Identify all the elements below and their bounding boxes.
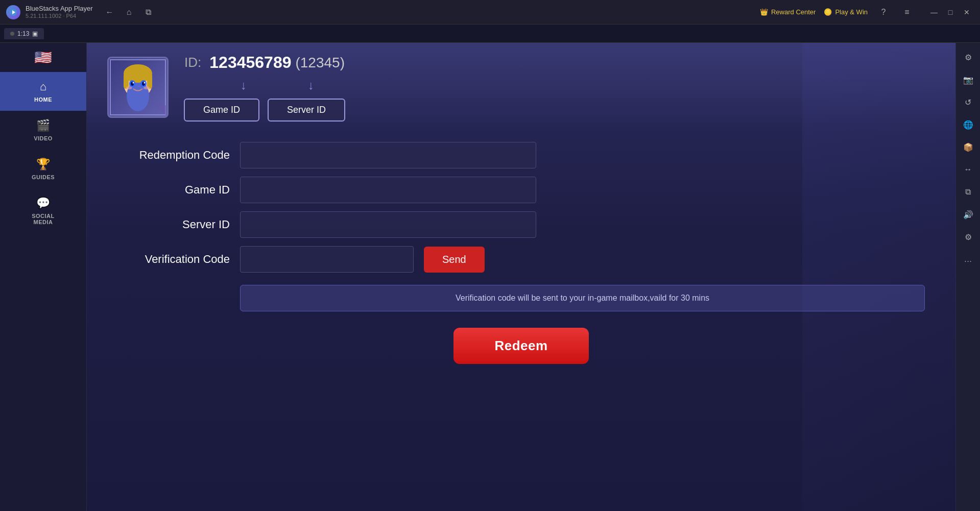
svg-point-14 <box>126 86 132 89</box>
right-icon-settings[interactable]: ⚙ <box>958 47 978 67</box>
right-icon-rotate[interactable]: ↺ <box>958 92 978 112</box>
right-icon-more[interactable]: … <box>958 249 978 270</box>
svg-point-15 <box>144 86 150 89</box>
id-label: ID: <box>184 55 201 70</box>
verification-code-input[interactable] <box>240 246 414 273</box>
sidebar-item-video[interactable]: 🎬 VIDEO <box>0 111 86 150</box>
server-id-input[interactable] <box>240 211 536 238</box>
video-icon: 🎬 <box>36 119 50 132</box>
profile-arrows: ↓ ↓ <box>215 78 314 92</box>
sidebar-social-label: SOCIALMEDIA <box>32 213 55 225</box>
title-bar-right: 👑 Reward Center 🪙 Play & Win ? ≡ — □ ✕ <box>760 5 974 20</box>
play-win-button[interactable]: 🪙 Play & Win <box>824 8 868 16</box>
menu-button[interactable]: ≡ <box>899 5 915 20</box>
reward-center-button[interactable]: 👑 Reward Center <box>760 8 816 16</box>
right-icon-grid[interactable]: ⧉ <box>958 182 978 202</box>
social-icon: 💬 <box>36 197 50 210</box>
sidebar-video-label: VIDEO <box>34 135 53 141</box>
tab-dot <box>10 32 14 36</box>
back-button[interactable]: ← <box>102 5 117 20</box>
redemption-code-label: Redemption Code <box>117 149 230 162</box>
home-icon: ⌂ <box>40 80 46 93</box>
main-layout: 🇺🇸 ⌂ HOME 🎬 VIDEO 🏆 GUIDES 💬 SOCIALMEDIA <box>0 43 980 511</box>
sidebar-item-home[interactable]: ⌂ HOME <box>0 72 86 111</box>
sidebar-item-social[interactable]: 💬 SOCIALMEDIA <box>0 188 86 233</box>
server-label: (12345) <box>295 55 345 71</box>
right-icon-package[interactable]: 📦 <box>958 137 978 157</box>
redemption-code-input[interactable] <box>240 142 536 168</box>
flag-icon: 🇺🇸 <box>34 49 52 66</box>
title-bar: BlueStacks App Player 5.21.111.1002 · P6… <box>0 0 980 25</box>
sidebar-home-label: HOME <box>34 96 52 103</box>
sidebar-item-guides[interactable]: 🏆 GUIDES <box>0 150 86 188</box>
app-logo <box>6 5 20 19</box>
game-id-button[interactable]: Game ID <box>184 99 259 121</box>
tab-item[interactable]: 1:13 ▣ <box>4 28 44 39</box>
guides-icon: 🏆 <box>36 158 50 171</box>
tab-label: 1:13 <box>17 30 29 37</box>
game-area: ID: 123456789 (12345) ↓ ↓ Game ID Server… <box>87 43 955 511</box>
right-icon-globe[interactable]: 🌐 <box>958 114 978 135</box>
server-id-button[interactable]: Server ID <box>268 99 345 121</box>
svg-point-12 <box>133 82 134 84</box>
coin-icon: 🪙 <box>824 8 832 16</box>
window-controls: — □ ✕ <box>927 5 974 19</box>
tab-bar: 1:13 ▣ <box>0 25 980 43</box>
sidebar: 🇺🇸 ⌂ HOME 🎬 VIDEO 🏆 GUIDES 💬 SOCIALMEDIA <box>0 43 87 511</box>
server-id-arrow: ↓ <box>308 78 314 92</box>
app-version: 5.21.111.1002 · P64 <box>26 13 93 19</box>
game-id-row: Game ID <box>117 177 925 203</box>
tab-icon: ▣ <box>32 30 38 37</box>
sidebar-guides-label: GUIDES <box>32 174 55 180</box>
right-icon-camera[interactable]: 📷 <box>958 69 978 90</box>
send-button[interactable]: Send <box>424 247 485 273</box>
game-id-label: Game ID <box>117 183 230 197</box>
close-button[interactable]: ✕ <box>960 5 974 19</box>
redemption-code-row: Redemption Code <box>117 142 925 168</box>
verification-input-group: Send <box>240 246 485 273</box>
game-id-arrow: ↓ <box>241 78 247 92</box>
game-id-input[interactable] <box>240 177 536 203</box>
redeem-button[interactable]: Redeem <box>453 328 588 364</box>
verification-code-label: Verification Code <box>117 253 230 266</box>
duplicate-button[interactable]: ⧉ <box>141 5 156 20</box>
app-name: BlueStacks App Player <box>26 5 93 13</box>
id-value: 123456789 <box>209 53 291 72</box>
right-icon-sound[interactable]: 🔊 <box>958 204 978 225</box>
profile-header: ID: 123456789 (12345) ↓ ↓ Game ID Server… <box>87 43 955 132</box>
right-icon-resize[interactable]: ↔ <box>958 159 978 180</box>
server-id-label: Server ID <box>117 218 230 231</box>
maximize-button[interactable]: □ <box>943 5 958 19</box>
nav-controls: ← ⌂ ⧉ <box>102 5 156 20</box>
crown-icon: 👑 <box>760 8 768 16</box>
help-button[interactable]: ? <box>876 5 891 20</box>
right-icon-config[interactable]: ⚙ <box>958 227 978 247</box>
svg-point-13 <box>144 82 146 84</box>
profile-avatar <box>107 57 169 118</box>
play-win-label: Play & Win <box>835 8 868 16</box>
minimize-button[interactable]: — <box>927 5 941 19</box>
sidebar-flag: 🇺🇸 <box>0 43 86 72</box>
right-sidebar: ⚙ 📷 ↺ 🌐 📦 ↔ ⧉ 🔊 ⚙ … <box>955 43 980 511</box>
home-button[interactable]: ⌂ <box>122 5 137 20</box>
verification-code-row: Verification Code Send <box>117 246 925 273</box>
profile-buttons: Game ID Server ID <box>184 99 345 121</box>
form-area: Redemption Code Game ID Server ID Verifi… <box>87 132 955 511</box>
info-banner: Verification code will be sent to your i… <box>240 285 925 311</box>
reward-center-label: Reward Center <box>771 8 816 16</box>
profile-id-section: ID: 123456789 (12345) ↓ ↓ Game ID Server… <box>184 53 345 121</box>
server-id-row: Server ID <box>117 211 925 238</box>
